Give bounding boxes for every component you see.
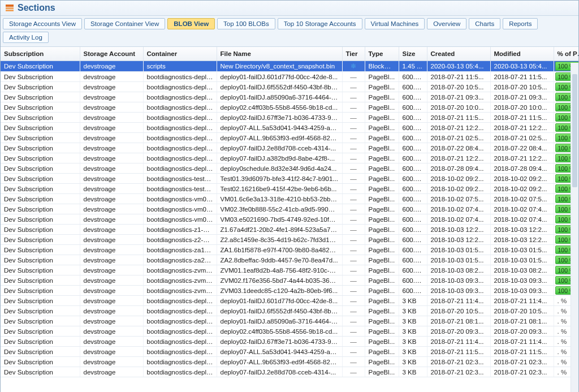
- cell-type: PageBl...: [365, 133, 399, 143]
- table-row[interactable]: Dev Subscriptiondevstroagebootdiagnostic…: [1, 133, 578, 143]
- cell-modified: 2018-07-21 11:5...: [490, 113, 554, 123]
- table-row[interactable]: Dev Subscriptiondevstroagebootdiagnostic…: [1, 296, 578, 306]
- cell-tier: —: [342, 286, 365, 296]
- table-row[interactable]: Dev Subscriptiondevstroagebootdiagnostic…: [1, 204, 578, 214]
- cell-subscription: Dev Subscription: [1, 102, 80, 113]
- table-row[interactable]: Dev Subscriptiondevstroagebootdiagnostic…: [1, 357, 578, 367]
- tab-top-100-blobs[interactable]: Top 100 BLOBs: [217, 18, 275, 29]
- cell-tier: —: [342, 347, 365, 357]
- table-row[interactable]: Dev Subscriptiondevstroagebootdiagnostic…: [1, 326, 578, 337]
- tab-overview[interactable]: Overview: [427, 18, 466, 29]
- tab-virtual-machines[interactable]: Virtual Machines: [365, 18, 425, 29]
- table-row[interactable]: Dev Subscriptiondevstroagebootdiagnostic…: [1, 214, 578, 225]
- cell-tier: —: [342, 357, 365, 367]
- cell-tier: —: [342, 82, 365, 92]
- cell-tier: —: [342, 204, 365, 214]
- cell-size: 600.5 ...: [399, 82, 427, 92]
- cell-type: PageBl...: [365, 184, 399, 194]
- tab-storage-accounts-view[interactable]: Storage Accounts View: [3, 18, 82, 29]
- table-row[interactable]: Dev Subscriptiondevstroagebootdiagnostic…: [1, 82, 578, 92]
- column-header[interactable]: % of Parent: [554, 47, 578, 61]
- cell-storage-account: devstroage: [80, 296, 143, 306]
- table-row[interactable]: Dev Subscriptiondevstroagebootdiagnostic…: [1, 275, 578, 286]
- table-row[interactable]: Dev Subscriptiondevstroagebootdiagnostic…: [1, 306, 578, 316]
- column-header[interactable]: Subscription: [1, 47, 80, 61]
- cell-tier: —: [342, 102, 365, 113]
- table-row[interactable]: Dev Subscriptiondevstroagebootdiagnostic…: [1, 102, 578, 113]
- column-header[interactable]: Created: [427, 47, 490, 61]
- table-row[interactable]: Dev Subscriptiondevstroagebootdiagnostic…: [1, 184, 578, 194]
- svg-rect-0: [6, 5, 14, 7]
- table-row[interactable]: Dev Subscriptiondevstroagebootdiagnostic…: [1, 367, 578, 377]
- column-header[interactable]: Container: [143, 47, 217, 61]
- tab-reports[interactable]: Reports: [503, 18, 538, 29]
- cell-size: 600.5 ...: [399, 102, 427, 113]
- cell-modified: 2018-10-03 12:2...: [490, 225, 554, 235]
- cell-storage-account: devstroage: [80, 133, 143, 143]
- table-row[interactable]: Dev Subscriptiondevstroagebootdiagnostic…: [1, 163, 578, 174]
- table-body: Dev SubscriptiondevstroagescriptsNew Dir…: [1, 61, 578, 377]
- column-header[interactable]: Storage Account: [80, 47, 143, 61]
- table-row[interactable]: Dev Subscriptiondevstroagebootdiagnostic…: [1, 316, 578, 326]
- cell-created: 2018-10-03 09:3...: [427, 275, 490, 286]
- column-header[interactable]: Type: [365, 47, 399, 61]
- cell-size: 600.5 ...: [399, 275, 427, 286]
- tab-blob-view[interactable]: BLOB View: [167, 18, 215, 29]
- column-header[interactable]: Size: [399, 47, 427, 61]
- scroll-thumb[interactable]: [572, 74, 577, 187]
- cell-tier: —: [342, 367, 365, 377]
- cell-storage-account: devstroage: [80, 102, 143, 113]
- table-row[interactable]: Dev Subscriptiondevstroagebootdiagnostic…: [1, 347, 578, 357]
- cell-file-name: deploy02.c4ff03b5-55b8-4556-9b18-cd...: [217, 326, 342, 337]
- cell-subscription: Dev Subscription: [1, 286, 80, 296]
- table-row[interactable]: Dev Subscriptiondevstroagebootdiagnostic…: [1, 265, 578, 275]
- cell-modified: 2018-10-02 07:5...: [490, 194, 554, 204]
- cell-tier: —: [342, 143, 365, 153]
- cell-file-name: New Directory/v8_context_snapshot.bin: [217, 61, 342, 72]
- table-row[interactable]: Dev Subscriptiondevstroagebootdiagnostic…: [1, 194, 578, 204]
- tab-charts[interactable]: Charts: [469, 18, 500, 29]
- tab-activity-log[interactable]: Activity Log: [3, 32, 49, 43]
- cell-modified: 2018-07-21 02:3...: [490, 367, 554, 377]
- column-header[interactable]: Tier: [342, 47, 365, 61]
- table-row[interactable]: Dev Subscriptiondevstroagebootdiagnostic…: [1, 123, 578, 133]
- cell-modified: 2018-10-03 12:2...: [490, 235, 554, 245]
- table-row[interactable]: Dev Subscriptiondevstroagebootdiagnostic…: [1, 92, 578, 102]
- column-header[interactable]: Modified: [490, 47, 554, 61]
- table-row[interactable]: Dev Subscriptiondevstroagebootdiagnostic…: [1, 235, 578, 245]
- table-row[interactable]: Dev Subscriptiondevstroagebootdiagnostic…: [1, 286, 578, 296]
- tab-top-10-storage-accounts[interactable]: Top 10 Storage Accounts: [278, 18, 362, 29]
- table-row[interactable]: Dev Subscriptiondevstroagebootdiagnostic…: [1, 337, 578, 347]
- cell-tier: —: [342, 194, 365, 204]
- cell-file-name: ZA1.6b1f5878-e97f-4700-9b80-8a4822d...: [217, 245, 342, 255]
- table-row[interactable]: Dev Subscriptiondevstroagebootdiagnostic…: [1, 174, 578, 184]
- cell-container: bootdiagnostics-deplo...: [143, 113, 217, 123]
- table-row[interactable]: Dev Subscriptiondevstroagebootdiagnostic…: [1, 113, 578, 123]
- cell-subscription: Dev Subscription: [1, 163, 80, 174]
- cell-size: 1.45 ...: [399, 61, 427, 72]
- cell-tier: —: [342, 72, 365, 82]
- cell-file-name: deploy01-failDJ.a85090a6-3716-4464-a...: [217, 92, 342, 102]
- column-header[interactable]: File Name: [217, 47, 342, 61]
- tab-storage-container-view[interactable]: Storage Container View: [84, 18, 165, 29]
- vertical-scrollbar[interactable]: [571, 63, 578, 392]
- cell-container: bootdiagnostics-deplo...: [143, 337, 217, 347]
- cell-file-name: deploy07-failDJ.a382bd9d-8abe-42f8-...: [217, 153, 342, 163]
- cell-subscription: Dev Subscription: [1, 357, 80, 367]
- table-row[interactable]: Dev Subscriptiondevstroagebootdiagnostic…: [1, 245, 578, 255]
- table-row[interactable]: Dev Subscriptiondevstroagebootdiagnostic…: [1, 143, 578, 153]
- table-row[interactable]: Dev Subscriptiondevstroagebootdiagnostic…: [1, 255, 578, 265]
- cell-storage-account: devstroage: [80, 92, 143, 102]
- cell-created: 2018-10-03 01:5...: [427, 245, 490, 255]
- table-row[interactable]: Dev SubscriptiondevstroagescriptsNew Dir…: [1, 61, 578, 72]
- cell-file-name: deploy0schedule.8d32e34f-9d6d-4a24...: [217, 163, 342, 174]
- cell-file-name: deploy01-failDJ.6f5552df-f450-43bf-8b8..…: [217, 306, 342, 316]
- cell-type: PageBl...: [365, 204, 399, 214]
- cell-container: bootdiagnostics-zvm0...: [143, 286, 217, 296]
- svg-rect-2: [6, 10, 14, 11]
- table-row[interactable]: Dev Subscriptiondevstroagebootdiagnostic…: [1, 72, 578, 82]
- table-row[interactable]: Dev Subscriptiondevstroagebootdiagnostic…: [1, 153, 578, 163]
- cell-tier: —: [342, 133, 365, 143]
- cell-created: 2018-07-22 08:4...: [427, 143, 490, 153]
- table-row[interactable]: Dev Subscriptiondevstroagebootdiagnostic…: [1, 225, 578, 235]
